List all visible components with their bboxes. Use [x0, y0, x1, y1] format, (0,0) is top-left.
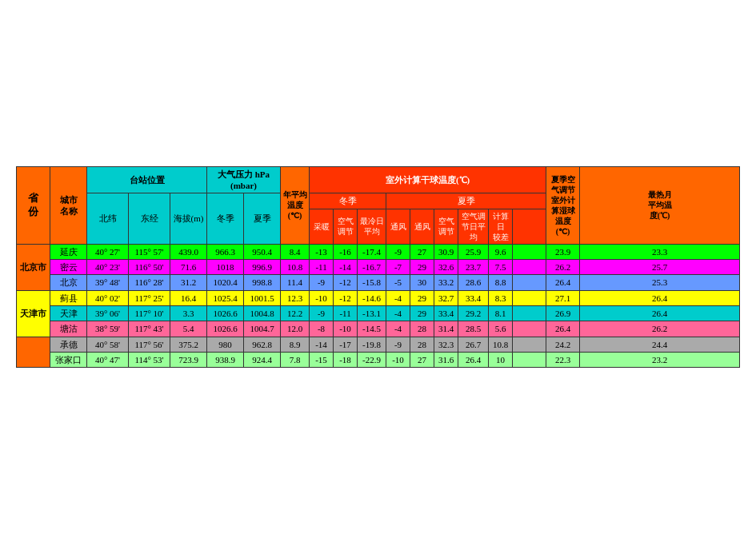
vent-w: -4 — [386, 305, 410, 321]
city-name: 塘沽 — [50, 321, 87, 337]
ac-day-avg: 23.7 — [458, 260, 489, 275]
province-hebei — [17, 337, 50, 368]
lat: 38° 59' — [87, 321, 129, 337]
ac-w: -11 — [334, 305, 358, 321]
press-w: 1026.6 — [207, 321, 244, 337]
ac-day-avg: 33.4 — [458, 290, 489, 305]
ac-w-header: 空气调节 — [334, 209, 358, 244]
press-w: 1026.6 — [207, 305, 244, 321]
climate-data-table: 省份 城市名称 台站位置 大气压力 hPa(mbar) 年平均温度(℃) 室外计… — [16, 166, 740, 368]
ac-w: -14 — [334, 260, 358, 275]
day-diff-header: 计算日较差 — [489, 209, 513, 244]
press-w: 1020.4 — [207, 275, 244, 290]
hottest: 23.2 — [580, 352, 740, 367]
city-name: 张家口 — [50, 352, 87, 367]
alt: 723.9 — [170, 352, 207, 367]
ac-day-avg: 29.2 — [458, 305, 489, 321]
cold-avg: -19.8 — [358, 337, 386, 352]
cold-avg: -17.4 — [358, 244, 386, 259]
wet-bulb: 27.1 — [546, 290, 580, 305]
lat: 39° 48' — [87, 275, 129, 290]
ac-w: -16 — [334, 244, 358, 259]
press-w: 938.9 — [207, 352, 244, 367]
table-row: 北京 39° 48' 116° 28' 31.2 1020.4 998.8 11… — [17, 275, 740, 290]
alt: 16.4 — [170, 290, 207, 305]
winter-header: 冬季 — [310, 193, 386, 209]
table-row: 承德 40° 58' 117° 56' 375.2 980 962.8 8.9 … — [17, 337, 740, 352]
vent-s: 28 — [410, 321, 434, 337]
avg-temp: 8.4 — [281, 244, 310, 259]
city-name: 天津 — [50, 305, 87, 321]
vent-w: -9 — [386, 337, 410, 352]
hottest: 23.3 — [580, 244, 740, 259]
extra — [513, 275, 546, 290]
table-container: 省份 城市名称 台站位置 大气压力 hPa(mbar) 年平均温度(℃) 室外计… — [0, 150, 756, 384]
avg-temp: 11.4 — [281, 275, 310, 290]
hottest: 25.3 — [580, 275, 740, 290]
press-s: 1004.7 — [244, 321, 281, 337]
city-name: 延庆 — [50, 244, 87, 259]
day-diff: 10 — [489, 352, 513, 367]
vent-w: -10 — [386, 352, 410, 367]
extra — [513, 321, 546, 337]
avg-temp: 12.3 — [281, 290, 310, 305]
wet-bulb: 23.9 — [546, 244, 580, 259]
ac-day-avg: 28.6 — [458, 275, 489, 290]
cold-avg: -14.5 — [358, 321, 386, 337]
ac-day-avg: 28.5 — [458, 321, 489, 337]
extra — [513, 305, 546, 321]
cold-avg: -14.6 — [358, 290, 386, 305]
lon: 117° 56' — [129, 337, 170, 352]
wet-bulb: 26.4 — [546, 275, 580, 290]
alt-header: 海拔(m) — [170, 193, 207, 244]
wet-bulb: 26.4 — [546, 321, 580, 337]
day-diff: 8.1 — [489, 305, 513, 321]
alt: 375.2 — [170, 337, 207, 352]
wet-bulb: 24.2 — [546, 337, 580, 352]
table-row: 密云 40° 23' 116° 50' 71.6 1018 996.9 10.8… — [17, 260, 740, 275]
heating: -15 — [310, 352, 334, 367]
ac-s: 32.3 — [434, 337, 458, 352]
lon: 115° 57' — [129, 244, 170, 259]
vent-s: 28 — [410, 337, 434, 352]
heating: -11 — [310, 260, 334, 275]
ac-w: -18 — [334, 352, 358, 367]
table-row: 北京市 延庆 40° 27' 115° 57' 439.0 966.3 950.… — [17, 244, 740, 259]
avg-temp: 8.9 — [281, 337, 310, 352]
summer-header: 夏季 — [386, 193, 546, 209]
hottest: 26.2 — [580, 321, 740, 337]
city-name: 承德 — [50, 337, 87, 352]
lat: 40° 58' — [87, 337, 129, 352]
vent-w: -7 — [386, 260, 410, 275]
province-header: 省份 — [17, 166, 50, 244]
cold-avg-header: 最冷日平均 — [358, 209, 386, 244]
cold-avg: -13.1 — [358, 305, 386, 321]
ac-s: 30.9 — [434, 244, 458, 259]
lon: 117° 10' — [129, 305, 170, 321]
extra — [513, 337, 546, 352]
day-diff: 9.6 — [489, 244, 513, 259]
press-s: 996.9 — [244, 260, 281, 275]
extra — [513, 244, 546, 259]
avg-temp: 12.0 — [281, 321, 310, 337]
vent-s: 27 — [410, 244, 434, 259]
ac-s: 31.4 — [434, 321, 458, 337]
press-w: 1018 — [207, 260, 244, 275]
press-w: 1025.4 — [207, 290, 244, 305]
extra — [513, 290, 546, 305]
lat: 40° 47' — [87, 352, 129, 367]
alt: 71.6 — [170, 260, 207, 275]
press-s: 924.4 — [244, 352, 281, 367]
avg-temp: 12.2 — [281, 305, 310, 321]
lon: 117° 43' — [129, 321, 170, 337]
heating: -14 — [310, 337, 334, 352]
alt: 439.0 — [170, 244, 207, 259]
lat: 40° 23' — [87, 260, 129, 275]
press-w: 966.3 — [207, 244, 244, 259]
table-row: 天津市 蓟县 40° 02' 117° 25' 16.4 1025.4 1001… — [17, 290, 740, 305]
ac-s: 32.6 — [434, 260, 458, 275]
heating: -9 — [310, 305, 334, 321]
ac-s: 32.7 — [434, 290, 458, 305]
avg-temp-header: 年平均温度(℃) — [281, 166, 310, 244]
avg-temp: 10.8 — [281, 260, 310, 275]
